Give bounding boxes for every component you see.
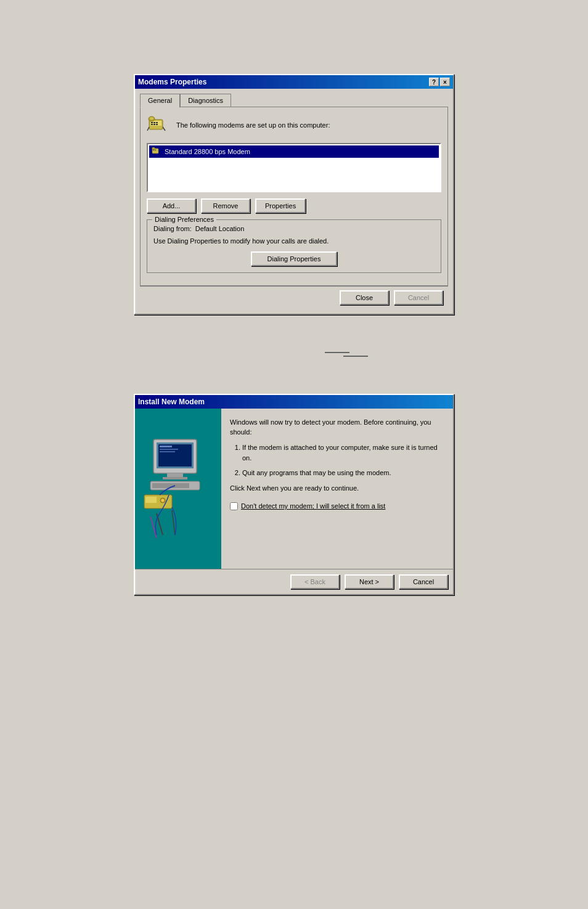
help-button[interactable]: ? (429, 78, 439, 86)
modem-item-icon (152, 147, 161, 157)
install-footer: < Back Next > Cancel (135, 569, 453, 594)
svg-rect-27 (145, 497, 157, 503)
svg-rect-22 (160, 449, 178, 450)
dialing-from-label: Dialing from: (153, 225, 192, 232)
dont-detect-label[interactable]: Don't detect my modem; I will select it … (241, 502, 385, 510)
svg-rect-7 (156, 124, 158, 125)
properties-button[interactable]: Properties (255, 198, 306, 213)
modems-properties-body: General Diagnostics (135, 89, 453, 314)
close-button[interactable]: Close (340, 290, 389, 305)
svg-rect-20 (158, 444, 192, 467)
group-label-dialing: Dialing Preferences (152, 216, 216, 223)
svg-rect-21 (160, 446, 172, 447)
svg-point-9 (150, 117, 153, 120)
dialing-properties-button[interactable]: Dialing Properties (251, 251, 337, 266)
dialing-preferences-group: Dialing Preferences Dialing from: Defaul… (147, 219, 441, 273)
svg-line-10 (147, 127, 149, 131)
separator-area (134, 352, 454, 357)
install-cancel-button[interactable]: Cancel (399, 574, 448, 589)
modem-action-buttons: Add... Remove Properties (147, 198, 441, 213)
svg-point-29 (161, 499, 164, 502)
modem-item-name: Standard 28800 bps Modem (165, 148, 250, 155)
svg-point-13 (152, 147, 155, 150)
tab-diagnostics[interactable]: Diagnostics (180, 94, 231, 107)
separator-line-1 (325, 352, 349, 353)
svg-rect-6 (153, 124, 155, 125)
modems-properties-dialog: Modems Properties ? × General Diagnostic… (134, 74, 454, 315)
install-new-modem-dialog: Install New Modem (134, 394, 454, 595)
modem-header: The following modems are set up on this … (147, 113, 441, 137)
svg-rect-19 (163, 477, 187, 479)
separator-line-2 (343, 356, 368, 357)
modem-header-icon (147, 113, 170, 137)
svg-rect-14 (153, 150, 154, 150)
modem-list-item[interactable]: Standard 28800 bps Modem (149, 145, 439, 158)
dialing-info-text: Use Dialing Properties to modify how you… (153, 236, 435, 247)
title-bar-buttons: ? × (429, 78, 450, 86)
install-description-text: Windows will now try to detect your mode… (230, 417, 444, 438)
dont-detect-checkbox-row[interactable]: Don't detect my modem; I will select it … (230, 502, 444, 510)
svg-rect-18 (167, 473, 183, 477)
svg-rect-5 (151, 124, 153, 125)
svg-rect-15 (155, 150, 156, 150)
modems-properties-footer: Close Cancel (140, 286, 448, 309)
instruction-1: If the modem is attached to your compute… (242, 442, 444, 464)
install-computer-illustration (141, 427, 215, 550)
install-title-bar: Install New Modem (135, 395, 453, 409)
install-content-panel: Windows will now try to detect your mode… (221, 409, 453, 569)
instruction-2: Quit any programs that may be using the … (242, 468, 444, 479)
svg-rect-3 (153, 122, 155, 123)
dialing-from-row: Dialing from: Default Location (153, 225, 435, 232)
svg-rect-23 (160, 451, 175, 452)
tab-content-general: The following modems are set up on this … (140, 107, 448, 286)
next-button[interactable]: Next > (345, 574, 394, 589)
back-button[interactable]: < Back (290, 574, 340, 589)
modems-properties-title: Modems Properties (138, 78, 429, 86)
tab-general[interactable]: General (140, 94, 180, 108)
click-next-text: Click Next when you are ready to continu… (230, 483, 444, 494)
svg-rect-2 (151, 122, 153, 123)
svg-rect-4 (156, 122, 158, 123)
dialing-location-value: Default Location (195, 225, 245, 232)
install-dialog-title: Install New Modem (138, 397, 450, 406)
modems-properties-title-bar: Modems Properties ? × (135, 75, 453, 89)
tabs-row: General Diagnostics (140, 94, 448, 107)
install-instructions-list: If the modem is attached to your compute… (230, 442, 444, 479)
remove-button[interactable]: Remove (201, 198, 250, 213)
close-window-button[interactable]: × (440, 78, 450, 86)
install-image-panel (135, 409, 221, 569)
add-button[interactable]: Add... (147, 198, 196, 213)
modem-description-text: The following modems are set up on this … (176, 121, 330, 129)
modem-list[interactable]: Standard 28800 bps Modem (147, 143, 441, 192)
dont-detect-checkbox[interactable] (230, 502, 238, 510)
install-body: Windows will now try to detect your mode… (135, 409, 453, 569)
svg-line-11 (163, 127, 165, 131)
cancel-button[interactable]: Cancel (394, 290, 443, 305)
